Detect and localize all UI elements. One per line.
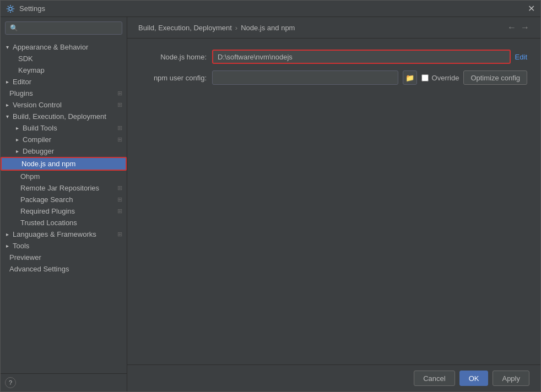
help-button[interactable]: ? xyxy=(5,377,16,388)
nav-tree: ▾ Appearance & Behavior SDK Keymap ▸ Edi… xyxy=(1,39,127,373)
expand-icon5: ⊞ xyxy=(117,184,122,192)
folder-button[interactable]: 📁 xyxy=(403,70,417,85)
ok-button[interactable]: OK xyxy=(459,371,489,386)
sidebar-item-debugger[interactable]: ▸ Debugger xyxy=(1,145,127,157)
sidebar-item-tools[interactable]: ▸ Tools xyxy=(1,240,127,252)
npm-config-input-wrapper: 📁 Override Optimize config xyxy=(212,70,527,85)
sidebar: 🔍 ▾ Appearance & Behavior SDK Keymap xyxy=(1,17,127,391)
npm-config-row: npm user config: 📁 Override Optimize con… xyxy=(140,70,527,85)
sidebar-item-editor[interactable]: ▸ Editor xyxy=(1,76,127,88)
chevron-right-icon7: ▸ xyxy=(4,243,10,249)
sidebar-item-remote-jar[interactable]: Remote Jar Repositories ⊞ xyxy=(1,182,127,194)
sidebar-item-keymap[interactable]: Keymap xyxy=(1,64,127,76)
expand-icon: ⊞ xyxy=(117,90,122,97)
npm-config-label: npm user config: xyxy=(140,74,207,82)
nodejs-home-label: Node.js home: xyxy=(140,53,207,61)
sidebar-item-trusted-locations[interactable]: Trusted Locations xyxy=(1,217,127,228)
nodejs-home-row: Node.js home: Edit xyxy=(140,50,527,64)
breadcrumb-part1: Build, Execution, Deployment xyxy=(138,24,232,32)
breadcrumb: Build, Execution, Deployment › Node.js a… xyxy=(138,24,295,32)
sidebar-bottom: ? xyxy=(1,373,127,391)
sidebar-item-advanced[interactable]: Advanced Settings xyxy=(1,263,127,275)
sidebar-item-nodejs[interactable]: Node.js and npm xyxy=(1,157,127,171)
settings-window: Settings ✕ 🔍 ▾ Appearance & Behavior SDK xyxy=(0,0,541,392)
breadcrumb-part2: Node.js and npm xyxy=(241,24,295,32)
expand-icon4: ⊞ xyxy=(117,136,122,143)
title-bar: Settings ✕ xyxy=(1,1,540,17)
main-header: Build, Execution, Deployment › Node.js a… xyxy=(127,17,540,39)
chevron-down-icon2: ▾ xyxy=(4,113,10,120)
optimize-button[interactable]: Optimize config xyxy=(463,70,527,85)
chevron-right-icon4: ▸ xyxy=(14,137,20,143)
folder-icon: 📁 xyxy=(405,74,414,82)
forward-button[interactable]: → xyxy=(521,23,529,32)
sidebar-item-build-tools[interactable]: ▸ Build Tools ⊞ xyxy=(1,122,127,134)
title-bar-left: Settings xyxy=(6,4,45,13)
sidebar-item-appearance[interactable]: ▾ Appearance & Behavior xyxy=(1,41,127,53)
expand-icon3: ⊞ xyxy=(117,124,122,132)
main-footer: Cancel OK Apply xyxy=(127,364,540,391)
sidebar-item-ohpm[interactable]: Ohpm xyxy=(1,171,127,182)
search-box[interactable]: 🔍 xyxy=(5,21,122,35)
sidebar-item-version-control[interactable]: ▸ Version Control ⊞ xyxy=(1,99,127,111)
cancel-button[interactable]: Cancel xyxy=(414,371,455,386)
override-checkbox[interactable] xyxy=(421,74,429,81)
override-label[interactable]: Override xyxy=(421,74,459,82)
close-button[interactable]: ✕ xyxy=(528,4,535,13)
chevron-right-icon: ▸ xyxy=(4,79,10,85)
sidebar-item-plugins[interactable]: Plugins ⊞ xyxy=(1,88,127,99)
settings-icon xyxy=(6,4,15,13)
npm-config-input[interactable] xyxy=(212,70,398,85)
expand-icon7: ⊞ xyxy=(117,208,122,215)
main-content: Node.js home: Edit npm user config: 📁 xyxy=(127,39,540,364)
sidebar-item-languages[interactable]: ▸ Languages & Frameworks ⊞ xyxy=(1,228,127,240)
chevron-right-icon5: ▸ xyxy=(14,148,20,155)
edit-link[interactable]: Edit xyxy=(515,53,527,61)
chevron-right-icon6: ▸ xyxy=(4,231,10,238)
nodejs-home-input[interactable] xyxy=(212,50,511,64)
search-input[interactable] xyxy=(21,24,117,32)
content-area: 🔍 ▾ Appearance & Behavior SDK Keymap xyxy=(1,17,540,391)
back-button[interactable]: ← xyxy=(507,23,516,32)
sidebar-item-package-search[interactable]: Package Search ⊞ xyxy=(1,194,127,205)
chevron-right-icon3: ▸ xyxy=(14,125,20,132)
sidebar-item-required-plugins[interactable]: Required Plugins ⊞ xyxy=(1,205,127,217)
search-icon: 🔍 xyxy=(10,24,18,32)
chevron-down-icon: ▾ xyxy=(4,44,10,51)
window-title: Settings xyxy=(19,4,45,13)
chevron-right-icon2: ▸ xyxy=(4,102,10,108)
expand-icon2: ⊞ xyxy=(117,101,122,108)
apply-button[interactable]: Apply xyxy=(493,371,529,386)
nodejs-home-input-wrapper: Edit xyxy=(212,50,527,64)
main-panel: Build, Execution, Deployment › Node.js a… xyxy=(127,17,540,391)
sidebar-item-compiler[interactable]: ▸ Compiler ⊞ xyxy=(1,134,127,145)
expand-icon8: ⊞ xyxy=(117,231,122,238)
expand-icon6: ⊞ xyxy=(117,196,122,203)
nav-arrows: ← → xyxy=(507,23,529,32)
sidebar-item-build-exec[interactable]: ▾ Build, Execution, Deployment xyxy=(1,111,127,122)
svg-point-0 xyxy=(9,7,12,10)
sidebar-item-sdk[interactable]: SDK xyxy=(1,53,127,64)
sidebar-item-previewer[interactable]: Previewer xyxy=(1,252,127,263)
breadcrumb-separator: › xyxy=(235,24,237,32)
